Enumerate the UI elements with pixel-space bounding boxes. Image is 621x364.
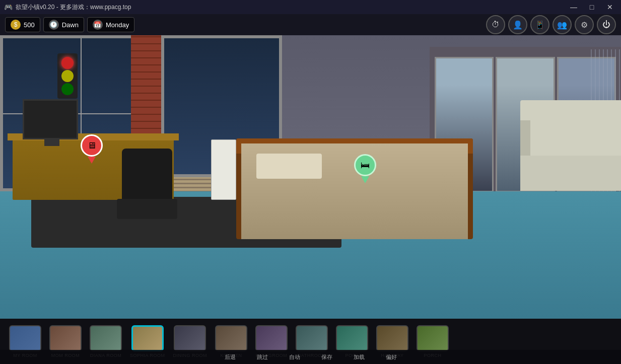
sofa-seat — [520, 156, 621, 191]
traffic-light-green — [61, 83, 74, 95]
money-stat: $ 500 — [5, 17, 40, 32]
room-thumb-pool — [336, 325, 368, 351]
sofa — [520, 100, 621, 211]
room-thumb-porch — [417, 325, 449, 351]
time-stat: 🕐 Dawn — [43, 17, 84, 32]
pc-tower — [211, 139, 236, 200]
chair-seat — [117, 199, 177, 219]
room-thumb-dining-room — [174, 325, 206, 351]
calendar-icon: 📅 — [93, 20, 103, 30]
room-background: 🖥 🛏 — [0, 35, 621, 319]
close-button[interactable]: ✕ — [603, 0, 617, 14]
monitor — [23, 99, 78, 139]
day-value: Monday — [106, 21, 129, 29]
day-stat: 📅 Monday — [87, 17, 134, 32]
relationships-button[interactable]: 👥 — [553, 15, 572, 34]
action-load[interactable]: 加载 — [351, 352, 368, 362]
money-value: 500 — [24, 21, 35, 29]
bed-pillow — [256, 154, 322, 179]
maximize-button[interactable]: □ — [585, 0, 599, 14]
titlebar-text: 欲望小镇v0.20 - 更多游戏：www.ppacg.top — [16, 3, 567, 12]
character-button[interactable]: 👤 — [508, 15, 527, 34]
action-skip[interactable]: 跳过 — [254, 352, 271, 362]
computer-marker-icon: 🖥 — [81, 134, 103, 157]
computer-marker[interactable]: 🖥 — [81, 134, 103, 164]
phone-button[interactable]: 📱 — [530, 15, 549, 34]
room-thumb-mom-room — [49, 325, 82, 351]
room-thumb-diana-room — [90, 325, 122, 351]
bed-marker-icon: 🛏 — [354, 154, 376, 176]
traffic-light — [57, 53, 78, 99]
power-button[interactable]: ⏻ — [597, 15, 616, 34]
action-save[interactable]: 保存 — [318, 352, 335, 362]
room-thumb-living-room — [255, 325, 288, 351]
money-icon: $ — [11, 20, 21, 30]
bottom-action-bar: 后退跳过自动保存加载偏好 — [0, 350, 621, 364]
bed-frame — [236, 138, 473, 239]
titlebar: 🎮 欲望小镇v0.20 - 更多游戏：www.ppacg.top — □ ✕ — [0, 0, 621, 14]
app-icon: 🎮 — [4, 3, 13, 11]
bed-marker-tail — [361, 176, 369, 183]
action-back[interactable]: 后退 — [222, 352, 239, 362]
bed — [236, 138, 473, 239]
chair — [112, 149, 182, 239]
game-viewport: 🖥 🛏 — [0, 35, 621, 319]
room-thumb-hallway — [376, 325, 408, 351]
room-thumb-kitchen — [215, 325, 247, 351]
window-controls: — □ ✕ — [567, 0, 617, 14]
minimize-button[interactable]: — — [567, 0, 581, 14]
room-thumb-my-room — [9, 325, 41, 351]
clock-icon: 🕐 — [49, 20, 59, 30]
settings-button[interactable]: ⚙ — [575, 15, 594, 34]
traffic-light-red — [61, 57, 74, 69]
time-value: Dawn — [62, 21, 79, 29]
computer-marker-tail — [88, 157, 96, 164]
room-thumb-sophia-room — [131, 325, 164, 351]
hud-bar: $ 500 🕐 Dawn 📅 Monday ⏱ 👤 📱 👥 ⚙ ⏻ — [0, 14, 621, 35]
timer-button[interactable]: ⏱ — [486, 15, 505, 34]
action-auto[interactable]: 自动 — [286, 352, 303, 362]
traffic-light-yellow — [61, 70, 74, 82]
bed-marker[interactable]: 🛏 — [354, 154, 376, 183]
room-thumb-bathroom — [296, 325, 328, 351]
action-prefs[interactable]: 偏好 — [383, 352, 400, 362]
